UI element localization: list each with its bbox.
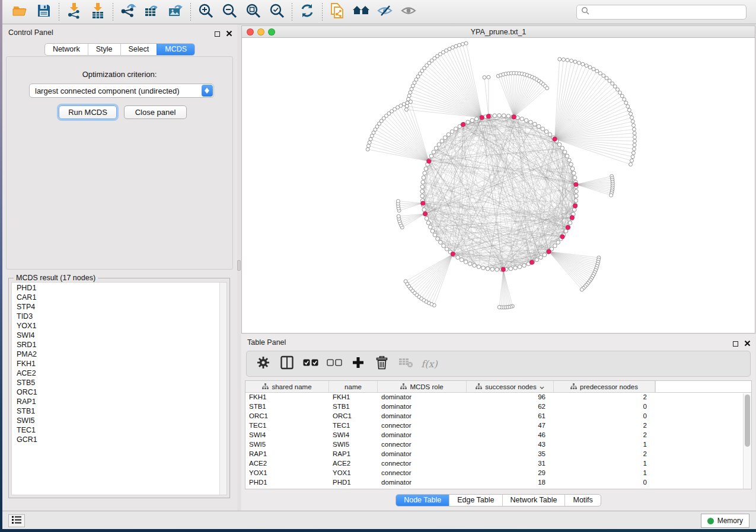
network-node[interactable]: [563, 150, 567, 154]
cell-successor-nodes[interactable]: 35: [467, 450, 554, 460]
cell-shared-name[interactable]: STB1: [245, 403, 329, 412]
network-node[interactable]: [446, 133, 451, 137]
delete-columns-button[interactable]: [371, 354, 393, 374]
cell-mcds-role[interactable]: dominator: [378, 412, 467, 422]
cell-successor-nodes[interactable]: 96: [467, 393, 554, 403]
network-node[interactable]: [502, 114, 506, 118]
mcds-node[interactable]: [480, 116, 484, 120]
cell-successor-nodes[interactable]: 18: [467, 479, 554, 488]
network-node[interactable]: [610, 194, 613, 197]
network-node[interactable]: [497, 305, 501, 309]
table-row[interactable]: RAP1 RAP1 dominator 35 2: [245, 450, 743, 460]
network-node[interactable]: [544, 130, 548, 134]
mcds-result-item[interactable]: FKH1: [12, 359, 219, 368]
mcds-node[interactable]: [570, 216, 574, 220]
network-node[interactable]: [409, 100, 413, 104]
network-node[interactable]: [509, 267, 513, 271]
mcds-result-item[interactable]: STB5: [12, 378, 219, 387]
cell-name[interactable]: ORC1: [329, 412, 378, 422]
cell-shared-name[interactable]: ACE2: [245, 460, 329, 469]
cell-predecessor-nodes[interactable]: 2: [554, 450, 655, 460]
mcds-result-item[interactable]: YOX1: [12, 321, 219, 331]
cell-predecessor-nodes[interactable]: 1: [554, 469, 655, 479]
network-node[interactable]: [632, 127, 636, 131]
cell-name[interactable]: STB1: [329, 403, 378, 412]
cell-predecessor-nodes[interactable]: 1: [554, 460, 655, 469]
network-node[interactable]: [440, 139, 444, 143]
network-node[interactable]: [477, 265, 481, 269]
cell-name[interactable]: SWI4: [329, 431, 378, 441]
cell-predecessor-nodes[interactable]: 0: [554, 403, 655, 412]
network-node[interactable]: [426, 221, 430, 225]
cell-mcds-role[interactable]: dominator: [378, 403, 467, 412]
network-node[interactable]: [605, 76, 608, 80]
tab-motifs[interactable]: Motifs: [564, 495, 600, 506]
column-header-shared-name[interactable]: shared name: [245, 381, 329, 392]
column-header-predecessor-nodes[interactable]: predecessor nodes: [554, 381, 655, 392]
network-node[interactable]: [633, 135, 636, 139]
network-node[interactable]: [439, 241, 443, 245]
mcds-node[interactable]: [501, 267, 505, 271]
network-node[interactable]: [425, 217, 429, 221]
network-node[interactable]: [633, 139, 636, 143]
cell-successor-nodes[interactable]: 43: [467, 441, 554, 450]
tab-style[interactable]: Style: [88, 44, 120, 55]
network-node[interactable]: [423, 171, 427, 175]
tab-select[interactable]: Select: [120, 44, 157, 55]
network-node[interactable]: [497, 114, 502, 118]
import-network-button[interactable]: [62, 2, 86, 22]
create-column-button[interactable]: [347, 354, 369, 374]
tab-network-table[interactable]: Network Table: [502, 495, 565, 506]
table-row[interactable]: PHD1 PHD1 dominator 18 0: [245, 479, 743, 488]
network-node[interactable]: [570, 167, 575, 171]
open-file-button[interactable]: [8, 2, 32, 22]
mcds-node[interactable]: [486, 114, 490, 118]
network-node[interactable]: [568, 221, 572, 225]
network-node[interactable]: [442, 244, 446, 248]
network-node[interactable]: [535, 258, 539, 262]
cell-successor-nodes[interactable]: 29: [467, 469, 554, 479]
zoom-out-button[interactable]: [218, 2, 241, 22]
network-node[interactable]: [608, 79, 611, 82]
network-node[interactable]: [573, 176, 577, 180]
show-columns-button[interactable]: [276, 354, 298, 374]
cell-name[interactable]: PHD1: [329, 479, 378, 488]
tab-node-table[interactable]: Node Table: [396, 495, 449, 506]
mcds-node[interactable]: [573, 204, 577, 208]
network-node[interactable]: [437, 143, 441, 147]
mcds-result-item[interactable]: RAP1: [12, 397, 219, 406]
network-node[interactable]: [481, 266, 486, 270]
network-node[interactable]: [450, 130, 454, 134]
clone-network-button[interactable]: [326, 2, 349, 22]
network-canvas[interactable]: [242, 39, 755, 333]
close-panel-icon[interactable]: [744, 338, 751, 349]
mcds-node[interactable]: [529, 260, 534, 264]
cell-predecessor-nodes[interactable]: 1: [554, 441, 655, 450]
mcds-result-list[interactable]: PHD1CAR1STP4TID3YOX1SWI4SRD1PMA2FKH1ACE2…: [11, 282, 227, 495]
network-node[interactable]: [506, 114, 511, 118]
network-node[interactable]: [575, 194, 579, 198]
mcds-result-item[interactable]: CAR1: [12, 293, 219, 302]
mcds-node[interactable]: [574, 182, 578, 187]
network-node[interactable]: [580, 288, 583, 291]
cell-predecessor-nodes[interactable]: 0: [554, 412, 655, 422]
mcds-result-item[interactable]: ORC1: [12, 387, 219, 397]
mcds-node[interactable]: [423, 211, 427, 216]
network-node[interactable]: [456, 255, 460, 259]
mcds-node[interactable]: [553, 137, 557, 141]
mcds-result-item[interactable]: PMA2: [12, 350, 219, 359]
mcds-node[interactable]: [566, 225, 570, 229]
cell-mcds-role[interactable]: dominator: [378, 393, 467, 403]
import-table-button[interactable]: [86, 2, 110, 22]
table-row[interactable]: ORC1 ORC1 dominator 61 0: [245, 412, 743, 422]
network-node[interactable]: [454, 44, 458, 48]
network-node[interactable]: [493, 114, 497, 118]
network-node[interactable]: [598, 72, 602, 75]
network-node[interactable]: [402, 102, 406, 106]
tab-edge-table[interactable]: Edge Table: [449, 495, 502, 506]
network-node[interactable]: [546, 86, 549, 90]
table-row[interactable]: SWI5 SWI5 connector 43 1: [245, 441, 743, 450]
network-node[interactable]: [420, 194, 425, 198]
network-node[interactable]: [631, 151, 635, 155]
search-field[interactable]: [576, 5, 747, 20]
